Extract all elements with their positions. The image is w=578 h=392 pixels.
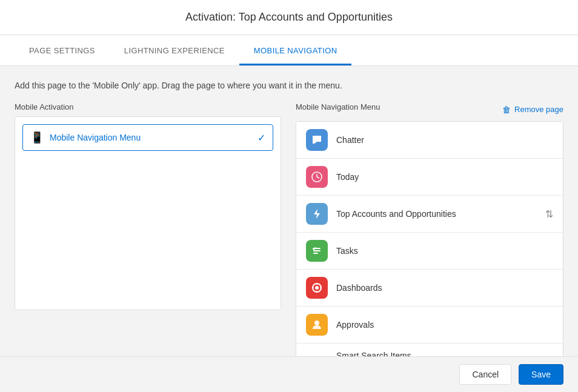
activation-item-label: Mobile Navigation Menu bbox=[50, 133, 257, 142]
nav-header: Mobile Navigation Menu 🗑 Remove page bbox=[296, 102, 563, 116]
nav-item-top-accounts[interactable]: Top Accounts and Opportunities ⇅ bbox=[296, 196, 563, 233]
mobile-icon: 📱 bbox=[30, 131, 44, 144]
remove-page-button[interactable]: 🗑 Remove page bbox=[502, 105, 563, 115]
footer: Cancel Save bbox=[0, 356, 578, 392]
right-panel: Mobile Navigation Menu 🗑 Remove page bbox=[296, 102, 563, 392]
svg-point-10 bbox=[315, 286, 319, 290]
nav-item-dashboards[interactable]: Dashboards bbox=[296, 270, 563, 307]
chatter-label: Chatter bbox=[336, 135, 553, 145]
tasks-label: Tasks bbox=[336, 246, 553, 256]
nav-item-chatter[interactable]: Chatter bbox=[296, 122, 563, 159]
top-accounts-icon bbox=[306, 203, 328, 225]
nav-item-approvals[interactable]: Approvals bbox=[296, 307, 563, 344]
left-panel: Mobile Activation 📱 Mobile Navigation Me… bbox=[15, 102, 281, 392]
cancel-button[interactable]: Cancel bbox=[459, 364, 511, 385]
save-button[interactable]: Save bbox=[519, 364, 563, 385]
remove-page-label: Remove page bbox=[514, 105, 563, 114]
trash-icon: 🗑 bbox=[502, 105, 511, 115]
page-header: Activation: Top Accounts and Opportuniti… bbox=[0, 0, 578, 35]
today-icon bbox=[306, 166, 328, 188]
tab-mobile-navigation[interactable]: MOBILE NAVIGATION bbox=[239, 35, 352, 65]
activation-box: 📱 Mobile Navigation Menu ✓ bbox=[15, 116, 281, 310]
activation-item[interactable]: 📱 Mobile Navigation Menu ✓ bbox=[22, 124, 273, 151]
header-title: Activation: Top Accounts and Opportuniti… bbox=[185, 11, 393, 23]
tab-bar: PAGE SETTINGS LIGHTNING EXPERIENCE MOBIL… bbox=[0, 35, 578, 66]
svg-line-4 bbox=[317, 177, 319, 178]
svg-rect-1 bbox=[314, 139, 318, 141]
tab-page-settings[interactable]: PAGE SETTINGS bbox=[15, 35, 110, 65]
right-panel-label: Mobile Navigation Menu bbox=[296, 102, 380, 111]
svg-rect-0 bbox=[314, 138, 320, 139]
tasks-icon bbox=[306, 240, 328, 262]
description-text: Add this page to the 'Mobile Only' app. … bbox=[15, 81, 563, 90]
nav-item-today[interactable]: Today bbox=[296, 159, 563, 196]
check-icon: ✓ bbox=[257, 132, 265, 144]
approvals-icon bbox=[306, 314, 328, 336]
dashboards-label: Dashboards bbox=[336, 283, 553, 293]
nav-item-tasks[interactable]: Tasks bbox=[296, 233, 563, 270]
today-label: Today bbox=[336, 172, 553, 182]
svg-rect-7 bbox=[313, 250, 321, 251]
svg-marker-5 bbox=[314, 209, 320, 219]
approvals-label: Approvals bbox=[336, 320, 553, 330]
panels-container: Mobile Activation 📱 Mobile Navigation Me… bbox=[15, 102, 563, 392]
top-accounts-label: Top Accounts and Opportunities bbox=[336, 209, 545, 219]
svg-rect-8 bbox=[313, 253, 318, 254]
tab-lightning-experience[interactable]: LIGHTNING EXPERIENCE bbox=[110, 35, 239, 65]
main-content: Add this page to the 'Mobile Only' app. … bbox=[0, 66, 578, 392]
chatter-icon bbox=[306, 129, 328, 151]
dashboards-icon bbox=[306, 277, 328, 299]
svg-point-15 bbox=[314, 321, 319, 325]
nav-list: Chatter Today bbox=[296, 121, 563, 392]
sort-icon[interactable]: ⇅ bbox=[545, 208, 553, 220]
left-panel-label: Mobile Activation bbox=[15, 102, 281, 111]
